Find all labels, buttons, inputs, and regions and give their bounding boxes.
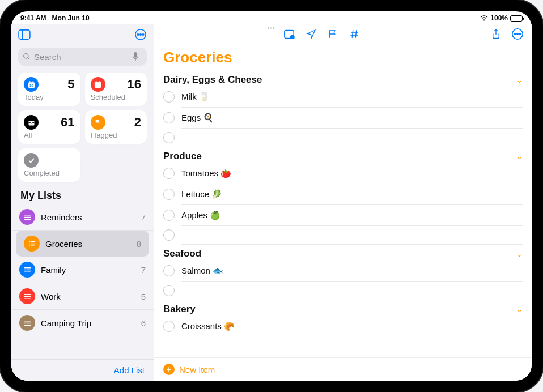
smart-lists-grid: 10 5 Today 16 Scheduled <box>11 73 154 182</box>
section-header[interactable]: Dairy, Eggs & Cheese⌄ <box>163 71 523 87</box>
share-icon[interactable] <box>491 28 501 42</box>
svg-rect-17 <box>99 81 100 83</box>
sections-container: Dairy, Eggs & Cheese⌄Milk 🥛Eggs 🍳Produce… <box>154 71 532 357</box>
hashtag-icon[interactable] <box>349 29 359 41</box>
svg-rect-11 <box>32 81 33 83</box>
flag-icon <box>91 115 105 130</box>
list-bullet-icon <box>19 288 35 304</box>
reminder-text[interactable]: Apples 🍏 <box>181 208 220 222</box>
reminder-item[interactable] <box>163 129 523 147</box>
reminder-text[interactable] <box>181 132 523 143</box>
lists-container: Reminders7Groceries8Family7Work5Camping … <box>11 204 154 359</box>
reminder-text[interactable] <box>181 285 523 296</box>
sidebar-list-item[interactable]: Camping Trip6 <box>11 310 154 336</box>
my-lists-heading: My Lists <box>11 182 154 204</box>
reminder-text[interactable]: Croissants 🥐 <box>181 319 235 333</box>
complete-circle[interactable] <box>163 285 175 296</box>
card-flagged-label: Flagged <box>91 131 142 139</box>
new-item-label: New Item <box>179 365 215 374</box>
complete-circle[interactable] <box>163 91 175 103</box>
card-completed-label: Completed <box>24 169 75 177</box>
reminder-text[interactable]: Milk 🥛 <box>181 90 210 104</box>
chevron-down-icon[interactable]: ⌄ <box>516 250 523 258</box>
reminder-item[interactable]: Eggs 🍳 <box>163 108 523 128</box>
chevron-down-icon[interactable]: ⌄ <box>516 152 523 161</box>
reminder-item[interactable]: Croissants 🥐 <box>163 316 523 336</box>
complete-circle[interactable] <box>163 321 175 332</box>
complete-circle[interactable] <box>163 265 175 276</box>
more-main-icon[interactable] <box>511 28 524 42</box>
add-list-label: Add List <box>114 365 145 375</box>
list-name: Family <box>41 265 66 275</box>
chevron-down-icon[interactable]: ⌄ <box>516 305 523 314</box>
svg-rect-0 <box>19 30 30 39</box>
reminder-text[interactable]: Salmon 🐟 <box>181 264 223 278</box>
card-all[interactable]: 61 All <box>18 110 80 144</box>
complete-circle[interactable] <box>163 189 175 200</box>
card-all-count: 61 <box>61 115 74 130</box>
add-list-button[interactable]: Add List <box>11 359 154 381</box>
reminder-item[interactable]: Salmon 🐟 <box>163 261 523 281</box>
list-name: Camping Trip <box>41 318 91 328</box>
new-reminder-toolbar-icon[interactable]: + <box>283 29 295 41</box>
reminder-item[interactable]: Milk 🥛 <box>163 87 523 107</box>
multitask-grabber-icon[interactable]: ••• <box>268 25 275 31</box>
reminder-text[interactable]: Tomatoes 🍅 <box>181 167 231 180</box>
section-header[interactable]: Seafood⌄ <box>163 245 523 261</box>
sidebar-list-item[interactable]: Reminders7 <box>11 204 154 231</box>
more-icon[interactable] <box>134 28 147 43</box>
reminder-text[interactable]: Lettuce 🥬 <box>181 188 222 201</box>
reminder-item[interactable]: Lettuce 🥬 <box>163 184 523 204</box>
card-all-label: All <box>24 131 75 139</box>
list-bullet-icon <box>19 262 35 278</box>
section-title: Seafood <box>163 248 201 259</box>
main-panel: + <box>154 24 532 381</box>
location-icon[interactable] <box>306 29 316 41</box>
reminder-item[interactable]: Tomatoes 🍅 <box>163 163 523 184</box>
chevron-down-icon[interactable]: ⌄ <box>516 76 523 84</box>
list-count: 7 <box>141 212 146 222</box>
card-completed[interactable]: Completed <box>18 148 80 182</box>
flag-toolbar-icon[interactable] <box>328 29 338 41</box>
reminder-item[interactable]: Apples 🍏 <box>163 205 523 225</box>
sidebar-toggle-icon[interactable] <box>18 29 31 42</box>
complete-circle[interactable] <box>163 112 175 123</box>
complete-circle[interactable] <box>163 210 175 221</box>
svg-point-24 <box>519 33 520 35</box>
card-scheduled[interactable]: 16 Scheduled <box>85 73 147 106</box>
battery-percent: 100% <box>490 14 508 22</box>
section-title: Bakery <box>163 304 196 315</box>
sidebar-list-item[interactable]: Family7 <box>11 257 154 283</box>
complete-circle[interactable] <box>163 229 175 241</box>
plus-circle-icon: + <box>163 364 175 375</box>
mic-icon[interactable] <box>132 52 139 61</box>
section-header[interactable]: Bakery⌄ <box>163 300 523 316</box>
svg-rect-16 <box>96 81 97 83</box>
card-today[interactable]: 10 5 Today <box>18 73 80 106</box>
svg-point-5 <box>142 34 143 35</box>
section-header[interactable]: Produce⌄ <box>163 147 523 163</box>
search-input[interactable]: Search <box>18 48 147 66</box>
reminder-item[interactable] <box>163 282 523 300</box>
sidebar-list-item[interactable]: Groceries8 <box>16 231 149 257</box>
new-item-button[interactable]: + New Item <box>154 357 532 381</box>
reminder-text[interactable] <box>181 229 523 241</box>
app-body: ••• Search <box>11 24 532 381</box>
reminder-text[interactable]: Eggs 🍳 <box>181 111 214 125</box>
list-name: Reminders <box>41 212 82 222</box>
complete-circle[interactable] <box>163 132 175 143</box>
svg-point-23 <box>517 33 518 35</box>
list-bullet-icon <box>24 236 40 252</box>
ipad-frame: 9:41 AM Mon Jun 10 100% ••• <box>0 0 543 392</box>
card-scheduled-label: Scheduled <box>91 93 142 101</box>
list-count: 5 <box>141 292 146 301</box>
card-flagged[interactable]: 2 Flagged <box>85 110 147 144</box>
svg-rect-8 <box>134 52 137 58</box>
reminder-item[interactable] <box>163 226 523 244</box>
card-flagged-count: 2 <box>134 115 141 130</box>
complete-circle[interactable] <box>163 168 175 179</box>
svg-rect-10 <box>29 81 30 83</box>
svg-line-7 <box>28 58 29 59</box>
sidebar-list-item[interactable]: Work5 <box>11 283 154 310</box>
search-icon <box>23 53 31 61</box>
